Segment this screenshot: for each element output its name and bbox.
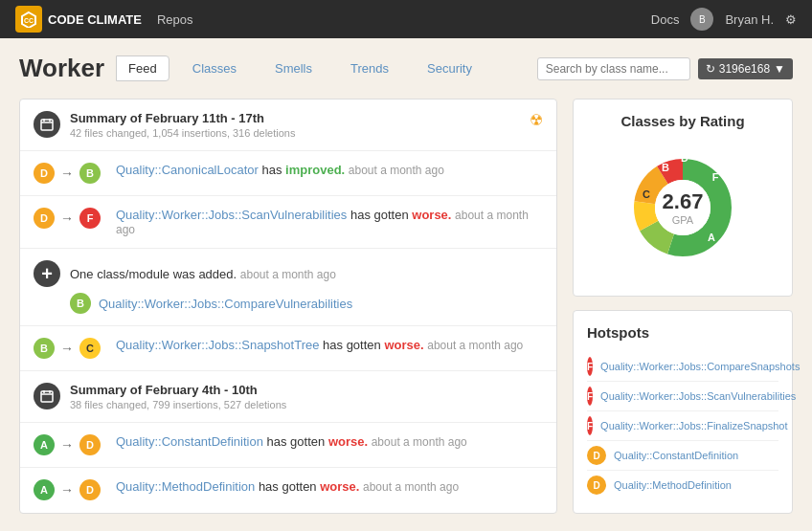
add-icon: + (34, 260, 60, 287)
feed-item-scan: D → F Quality::Worker::Jobs::ScanVulnera… (20, 196, 556, 249)
svg-text:F: F (712, 171, 719, 183)
method-time: about a month ago (363, 480, 459, 494)
topnav-right: Docs B Bryan H. ⚙ (651, 8, 797, 31)
transition-a-d2: A → D (34, 479, 101, 500)
tab-security[interactable]: Security (416, 56, 484, 80)
page-title: Worker (19, 54, 104, 83)
content: Worker Feed Classes Smells Trends Securi… (0, 38, 812, 529)
worse-label3: worse. (328, 434, 368, 449)
tab-smells[interactable]: Smells (263, 56, 324, 80)
donut-chart: A B C D F 2.67 GPA (616, 141, 750, 275)
feed-item-summary2: Summary of February 4th - 10th 38 files … (20, 371, 556, 423)
added-text: One class/module was added. about a mont… (70, 267, 336, 281)
chart-container: Classes by Rating (573, 99, 793, 297)
logo-text: CODE CLIMATE (48, 12, 142, 27)
repos-link[interactable]: Repos (157, 12, 193, 27)
feed-item-added: + One class/module was added. about a mo… (20, 249, 556, 326)
method-link[interactable]: Quality::MethodDefinition (116, 479, 255, 494)
constant-link[interactable]: Quality::ConstantDefinition (116, 434, 263, 449)
added-subitem: B Quality::Worker::Jobs::CompareVulnerab… (34, 293, 352, 314)
arrow-icon5: → (60, 482, 74, 498)
docs-link[interactable]: Docs (651, 12, 680, 27)
feed-item-constant: A → D Quality::ConstantDefinition has go… (20, 423, 556, 468)
tab-feed[interactable]: Feed (116, 55, 169, 81)
summary2-title: Summary of February 4th - 10th (70, 383, 543, 397)
grade-to-f: F (79, 208, 101, 229)
snapshot-link[interactable]: Quality::Worker::Jobs::SnapshotTree (116, 338, 319, 352)
worse-label4: worse. (320, 479, 359, 494)
settings-icon[interactable]: ⚙ (785, 12, 797, 27)
commit-badge[interactable]: ↻ 3196e168 ▼ (698, 58, 793, 79)
hotspot-link-1[interactable]: Quality::Worker::Jobs::CompareSnapshots (600, 361, 800, 372)
calendar-icon2 (34, 383, 60, 409)
tab-classes[interactable]: Classes (181, 56, 248, 80)
summary2-sub: 38 files changed, 799 insertions, 527 de… (70, 399, 543, 410)
dropdown-icon: ▼ (774, 62, 785, 76)
scan-content: Quality::Worker::Jobs::ScanVulnerabiliti… (116, 208, 543, 236)
method-content: Quality::MethodDefinition has gotten wor… (116, 479, 543, 494)
worse-label2: worse. (384, 338, 423, 352)
avatar[interactable]: B (690, 8, 713, 31)
transition-b-c: B → C (34, 338, 101, 359)
right-panel: Classes by Rating (573, 99, 793, 514)
hotspot-grade-4: D (587, 446, 606, 465)
canonical-action: has (261, 163, 285, 177)
hotspots-container: Hotspots F Quality::Worker::Jobs::Compar… (573, 310, 793, 514)
scan-link[interactable]: Quality::Worker::Jobs::ScanVulnerabiliti… (116, 208, 347, 222)
topnav: CC CODE CLIMATE Repos Docs B Bryan H. ⚙ (0, 0, 812, 38)
calendar-icon (34, 111, 60, 138)
improved-label: improved. (285, 163, 345, 177)
hotspot-link-2[interactable]: Quality::Worker::Jobs::ScanVulnerabiliti… (600, 390, 796, 402)
arrow-icon2: → (60, 210, 74, 226)
grade-from-a1: A (34, 434, 55, 455)
hotspot-item-2: F Quality::Worker::Jobs::ScanVulnerabili… (587, 382, 778, 411)
summary1-sub: 42 files changed, 1,054 insertions, 316 … (70, 127, 520, 139)
grade-to-c: C (79, 338, 101, 359)
hotspot-grade-2: F (587, 387, 593, 406)
summary1-content: Summary of February 11th - 17th 42 files… (70, 111, 520, 139)
constant-time: about a month ago (372, 435, 467, 449)
main-layout: Summary of February 11th - 17th 42 files… (19, 99, 793, 514)
grade-from-d: D (34, 163, 55, 184)
snapshot-time: about a month ago (427, 339, 523, 352)
svg-text:CC: CC (24, 17, 34, 24)
hotspot-grade-1: F (587, 357, 593, 376)
summary1-title: Summary of February 11th - 17th (70, 111, 520, 125)
topnav-left: CC CODE CLIMATE Repos (15, 6, 193, 33)
scan-action: has gotten (350, 208, 412, 222)
feed-panel: Summary of February 11th - 17th 42 files… (19, 99, 557, 514)
username[interactable]: Bryan H. (725, 12, 774, 27)
hotspot-link-4[interactable]: Quality::ConstantDefinition (614, 450, 738, 461)
rss-icon[interactable]: ☢ (530, 111, 543, 129)
constant-action: has gotten (267, 434, 328, 449)
feed-item-method: A → D Quality::MethodDefinition has gott… (20, 468, 556, 512)
hotspot-link-3[interactable]: Quality::Worker::Jobs::FinalizeSnapshot (600, 420, 787, 431)
search-input[interactable] (537, 57, 690, 80)
canonical-time: about a month ago (349, 164, 444, 177)
header-right: ↻ 3196e168 ▼ (537, 57, 793, 80)
arrow-icon4: → (60, 437, 74, 453)
tab-bar: Feed (116, 55, 169, 81)
svg-text:D: D (681, 152, 688, 164)
page-header: Worker Feed Classes Smells Trends Securi… (19, 54, 793, 83)
feed-item-summary1: Summary of February 11th - 17th 42 files… (20, 100, 556, 151)
grade-from-b: B (34, 338, 55, 359)
hotspot-grade-5: D (587, 476, 606, 495)
tab-trends[interactable]: Trends (339, 56, 400, 80)
logo[interactable]: CC CODE CLIMATE (15, 6, 142, 33)
donut-gpa-label: GPA (663, 214, 704, 226)
logo-icon: CC (15, 6, 42, 33)
donut-gpa: 2.67 (663, 189, 704, 214)
svg-text:A: A (708, 232, 715, 243)
arrow-icon3: → (60, 341, 74, 356)
compare-vuln-link[interactable]: Quality::Worker::Jobs::CompareVulnerabil… (99, 297, 352, 311)
method-action: has gotten (259, 479, 320, 494)
hotspot-link-5[interactable]: Quality::MethodDefinition (614, 479, 732, 491)
snapshot-content: Quality::Worker::Jobs::SnapshotTree has … (116, 338, 543, 352)
commit-hash: 3196e168 (719, 62, 770, 76)
chart-title: Classes by Rating (620, 113, 744, 129)
canonical-link[interactable]: Quality::CanonicalLocator (116, 163, 259, 177)
grade-to-d1: D (79, 434, 101, 455)
hotspots-title: Hotspots (587, 324, 778, 341)
added-grade: B (70, 293, 91, 314)
